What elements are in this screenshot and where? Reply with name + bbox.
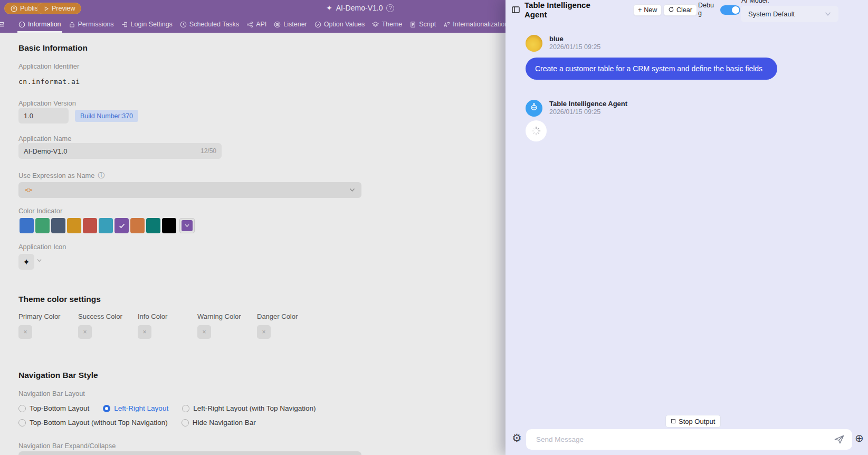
tab-label: Option Values bbox=[324, 21, 365, 28]
app-icon-chevron-icon[interactable] bbox=[37, 259, 42, 262]
main-area: Publish Preview ✦ AI-Demo-V1.0 ? bbox=[0, 0, 505, 455]
color-swatch[interactable] bbox=[51, 218, 65, 233]
color-indicator-label: Color Indicator bbox=[18, 207, 62, 215]
new-chat-button[interactable]: + New bbox=[633, 4, 662, 16]
radio-dot bbox=[182, 419, 189, 426]
app-name-label: Application Name bbox=[18, 135, 71, 143]
user-name: blue bbox=[549, 35, 564, 43]
theme-color-row: Primary Color×Success Color×Info Color×W… bbox=[18, 312, 317, 339]
color-clear-box[interactable]: × bbox=[138, 325, 151, 339]
send-icon[interactable] bbox=[834, 434, 845, 444]
tab-script[interactable]: Script bbox=[409, 16, 436, 33]
build-number-badge: Build Number:370 bbox=[75, 110, 138, 122]
ai-model-select[interactable]: System Default bbox=[741, 6, 838, 22]
tab-theme[interactable]: Theme bbox=[372, 16, 402, 33]
radio-left-right-layout-with-top-navigation-[interactable]: Left-Right Layout (with Top Navigation) bbox=[182, 404, 316, 412]
color-clear-box[interactable]: × bbox=[197, 325, 211, 339]
clear-x-icon: × bbox=[142, 328, 146, 336]
tab-scheduled-tasks[interactable]: Scheduled Tasks bbox=[180, 16, 239, 33]
collapse-panel-icon[interactable] bbox=[511, 5, 520, 14]
theme-colors-heading: Theme color settings bbox=[18, 295, 101, 304]
radio-label: Left-Right Layout (with Top Navigation) bbox=[193, 404, 316, 412]
tab-permissions[interactable]: Permissions bbox=[69, 16, 114, 33]
stop-output-button[interactable]: Stop Output bbox=[665, 415, 721, 428]
stop-icon bbox=[671, 419, 675, 423]
help-icon[interactable]: ? bbox=[386, 4, 394, 12]
ai-model-value: System Default bbox=[748, 10, 795, 18]
radio-left-right-layout[interactable]: Left-Right Layout bbox=[103, 404, 168, 412]
color-swatch[interactable] bbox=[20, 218, 34, 233]
loading-spinner bbox=[526, 120, 547, 141]
color-swatch[interactable] bbox=[146, 218, 160, 233]
expression-label: Use Expression as Name bbox=[18, 172, 94, 179]
nav-layout-options: Top-Bottom LayoutLeft-Right LayoutLeft-R… bbox=[18, 404, 377, 426]
clear-x-icon: × bbox=[202, 328, 206, 336]
color-swatch[interactable] bbox=[83, 218, 97, 233]
char-counter: 12/50 bbox=[201, 147, 216, 155]
app-icon-button[interactable]: ✦ bbox=[18, 254, 34, 270]
nav-expand-label: Navigation Bar Expand/Collapse bbox=[18, 442, 116, 450]
ai-model-label: AI Model: bbox=[741, 0, 769, 4]
stop-label: Stop Output bbox=[679, 418, 715, 425]
nav-style-heading: Navigation Bar Style bbox=[18, 371, 98, 380]
expression-select[interactable]: <> bbox=[18, 182, 361, 198]
info-icon[interactable]: ⓘ bbox=[98, 172, 104, 179]
app-name-input[interactable]: AI-Demo-V1.0 12/50 bbox=[18, 143, 222, 159]
theme-color-item: Warning Color× bbox=[197, 312, 257, 339]
tab-login-settings[interactable]: Login Settings bbox=[121, 16, 173, 33]
gear-icon[interactable]: ⚙ bbox=[512, 432, 522, 443]
radio-label: Hide Navigation Bar bbox=[193, 419, 256, 426]
app-name-value: AI-Demo-V1.0 bbox=[24, 147, 67, 155]
tab-option-values[interactable]: Option Values bbox=[314, 16, 365, 33]
tab-api[interactable]: API bbox=[246, 16, 266, 33]
color-swatch[interactable] bbox=[115, 218, 129, 233]
add-attachment-icon[interactable]: ⊕ bbox=[855, 433, 864, 443]
color-clear-box[interactable]: × bbox=[78, 325, 92, 339]
toggle-knob bbox=[732, 6, 739, 14]
clock-icon bbox=[180, 21, 187, 28]
custom-color-picker[interactable] bbox=[179, 218, 195, 233]
nav-expand-control-partial[interactable] bbox=[18, 451, 361, 455]
theme-color-label: Info Color bbox=[138, 312, 197, 320]
radio-hide-navigation-bar[interactable]: Hide Navigation Bar bbox=[182, 419, 256, 426]
tab-listener[interactable]: Listener bbox=[274, 16, 307, 33]
radio-label: Top-Bottom Layout (without Top Navigatio… bbox=[30, 419, 168, 426]
color-swatch[interactable] bbox=[67, 218, 81, 233]
basic-info-heading: Basic Information bbox=[18, 43, 88, 53]
tab-bar: InformationPermissionsLogin SettingsSche… bbox=[0, 16, 505, 33]
version-label: Application Version bbox=[18, 99, 76, 107]
color-clear-box[interactable]: × bbox=[257, 325, 271, 339]
play-icon bbox=[43, 6, 49, 12]
message-input[interactable] bbox=[535, 435, 834, 444]
theme-color-item: Success Color× bbox=[78, 312, 138, 339]
tab-internationalization[interactable]: Internationalization bbox=[443, 16, 505, 33]
chevron-down-icon bbox=[349, 188, 355, 192]
version-input[interactable]: 1.0 bbox=[18, 108, 69, 124]
agent-avatar bbox=[526, 100, 542, 117]
clear-chat-button[interactable]: Clear bbox=[663, 4, 697, 16]
top-bar: Publish Preview ✦ AI-Demo-V1.0 ? bbox=[0, 0, 505, 33]
settings-content: Basic Information Application Identifier… bbox=[0, 33, 505, 455]
app-title: ✦ AI-Demo-V1.0 ? bbox=[326, 4, 394, 12]
radio-dot bbox=[18, 405, 26, 412]
tab-label: Information bbox=[28, 21, 61, 28]
sparkle-icon: ✦ bbox=[23, 257, 30, 267]
color-swatch[interactable] bbox=[162, 218, 176, 233]
menu-fold-icon[interactable] bbox=[0, 21, 5, 30]
color-clear-box[interactable]: × bbox=[18, 325, 32, 339]
color-swatch-row bbox=[20, 218, 195, 233]
app-title-text: AI-Demo-V1.0 bbox=[336, 4, 383, 12]
tab-label: Internationalization bbox=[453, 21, 505, 28]
radio-top-bottom-layout[interactable]: Top-Bottom Layout bbox=[18, 404, 89, 412]
radio-label: Top-Bottom Layout bbox=[30, 404, 89, 412]
color-swatch[interactable] bbox=[99, 218, 113, 233]
tab-information[interactable]: Information bbox=[18, 16, 61, 33]
preview-button[interactable]: Preview bbox=[37, 3, 81, 14]
translate-icon bbox=[443, 21, 450, 28]
color-swatch[interactable] bbox=[130, 218, 145, 233]
color-swatch[interactable] bbox=[35, 218, 50, 233]
chat-panel-title: Table Intelligence Agent bbox=[524, 1, 609, 19]
theme-color-label: Primary Color bbox=[18, 312, 78, 320]
radio-top-bottom-layout-without-top-navigation-[interactable]: Top-Bottom Layout (without Top Navigatio… bbox=[18, 419, 168, 426]
debug-toggle[interactable] bbox=[720, 5, 740, 15]
